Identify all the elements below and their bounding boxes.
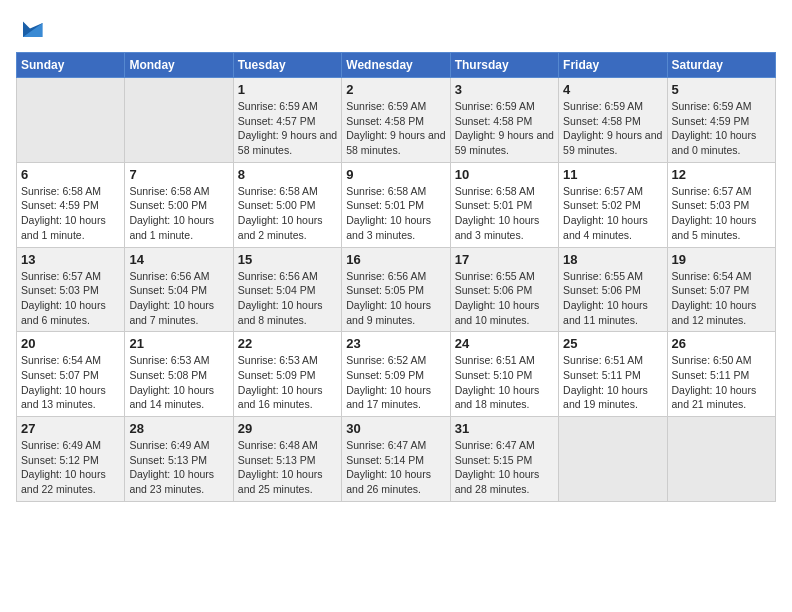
day-number: 5	[672, 82, 771, 97]
calendar-week-row: 27Sunrise: 6:49 AMSunset: 5:12 PMDayligh…	[17, 417, 776, 502]
day-info: Sunrise: 6:59 AMSunset: 4:58 PMDaylight:…	[563, 99, 662, 158]
day-info: Sunrise: 6:53 AMSunset: 5:09 PMDaylight:…	[238, 353, 337, 412]
calendar-cell: 11Sunrise: 6:57 AMSunset: 5:02 PMDayligh…	[559, 162, 667, 247]
day-info: Sunrise: 6:54 AMSunset: 5:07 PMDaylight:…	[672, 269, 771, 328]
calendar-week-row: 1Sunrise: 6:59 AMSunset: 4:57 PMDaylight…	[17, 78, 776, 163]
day-number: 2	[346, 82, 445, 97]
day-number: 8	[238, 167, 337, 182]
day-info: Sunrise: 6:54 AMSunset: 5:07 PMDaylight:…	[21, 353, 120, 412]
day-number: 6	[21, 167, 120, 182]
calendar-cell: 10Sunrise: 6:58 AMSunset: 5:01 PMDayligh…	[450, 162, 558, 247]
weekday-header: Saturday	[667, 53, 775, 78]
day-info: Sunrise: 6:56 AMSunset: 5:04 PMDaylight:…	[129, 269, 228, 328]
weekday-header: Wednesday	[342, 53, 450, 78]
day-info: Sunrise: 6:51 AMSunset: 5:10 PMDaylight:…	[455, 353, 554, 412]
calendar-cell	[667, 417, 775, 502]
calendar-cell: 16Sunrise: 6:56 AMSunset: 5:05 PMDayligh…	[342, 247, 450, 332]
calendar-cell: 28Sunrise: 6:49 AMSunset: 5:13 PMDayligh…	[125, 417, 233, 502]
calendar-week-row: 6Sunrise: 6:58 AMSunset: 4:59 PMDaylight…	[17, 162, 776, 247]
day-info: Sunrise: 6:52 AMSunset: 5:09 PMDaylight:…	[346, 353, 445, 412]
day-number: 21	[129, 336, 228, 351]
day-number: 4	[563, 82, 662, 97]
day-number: 12	[672, 167, 771, 182]
calendar-cell: 27Sunrise: 6:49 AMSunset: 5:12 PMDayligh…	[17, 417, 125, 502]
calendar-cell: 29Sunrise: 6:48 AMSunset: 5:13 PMDayligh…	[233, 417, 341, 502]
calendar-cell: 18Sunrise: 6:55 AMSunset: 5:06 PMDayligh…	[559, 247, 667, 332]
calendar-cell	[559, 417, 667, 502]
day-info: Sunrise: 6:51 AMSunset: 5:11 PMDaylight:…	[563, 353, 662, 412]
calendar-cell: 22Sunrise: 6:53 AMSunset: 5:09 PMDayligh…	[233, 332, 341, 417]
day-info: Sunrise: 6:48 AMSunset: 5:13 PMDaylight:…	[238, 438, 337, 497]
day-number: 3	[455, 82, 554, 97]
calendar-cell: 13Sunrise: 6:57 AMSunset: 5:03 PMDayligh…	[17, 247, 125, 332]
day-number: 13	[21, 252, 120, 267]
day-number: 28	[129, 421, 228, 436]
day-number: 26	[672, 336, 771, 351]
day-info: Sunrise: 6:49 AMSunset: 5:12 PMDaylight:…	[21, 438, 120, 497]
calendar-cell: 25Sunrise: 6:51 AMSunset: 5:11 PMDayligh…	[559, 332, 667, 417]
day-info: Sunrise: 6:59 AMSunset: 4:57 PMDaylight:…	[238, 99, 337, 158]
day-number: 19	[672, 252, 771, 267]
day-number: 14	[129, 252, 228, 267]
calendar-cell: 6Sunrise: 6:58 AMSunset: 4:59 PMDaylight…	[17, 162, 125, 247]
calendar-cell: 30Sunrise: 6:47 AMSunset: 5:14 PMDayligh…	[342, 417, 450, 502]
day-number: 7	[129, 167, 228, 182]
day-number: 29	[238, 421, 337, 436]
calendar-cell: 3Sunrise: 6:59 AMSunset: 4:58 PMDaylight…	[450, 78, 558, 163]
day-info: Sunrise: 6:47 AMSunset: 5:14 PMDaylight:…	[346, 438, 445, 497]
calendar-cell: 2Sunrise: 6:59 AMSunset: 4:58 PMDaylight…	[342, 78, 450, 163]
day-number: 25	[563, 336, 662, 351]
day-info: Sunrise: 6:49 AMSunset: 5:13 PMDaylight:…	[129, 438, 228, 497]
day-number: 1	[238, 82, 337, 97]
day-info: Sunrise: 6:50 AMSunset: 5:11 PMDaylight:…	[672, 353, 771, 412]
calendar-cell: 21Sunrise: 6:53 AMSunset: 5:08 PMDayligh…	[125, 332, 233, 417]
day-info: Sunrise: 6:58 AMSunset: 5:00 PMDaylight:…	[238, 184, 337, 243]
calendar-cell: 12Sunrise: 6:57 AMSunset: 5:03 PMDayligh…	[667, 162, 775, 247]
weekday-header-row: SundayMondayTuesdayWednesdayThursdayFrid…	[17, 53, 776, 78]
day-info: Sunrise: 6:58 AMSunset: 5:01 PMDaylight:…	[455, 184, 554, 243]
calendar-cell: 1Sunrise: 6:59 AMSunset: 4:57 PMDaylight…	[233, 78, 341, 163]
day-info: Sunrise: 6:57 AMSunset: 5:02 PMDaylight:…	[563, 184, 662, 243]
day-number: 24	[455, 336, 554, 351]
day-info: Sunrise: 6:58 AMSunset: 5:01 PMDaylight:…	[346, 184, 445, 243]
logo-icon	[16, 16, 44, 44]
calendar-week-row: 20Sunrise: 6:54 AMSunset: 5:07 PMDayligh…	[17, 332, 776, 417]
day-info: Sunrise: 6:57 AMSunset: 5:03 PMDaylight:…	[21, 269, 120, 328]
logo	[16, 16, 46, 44]
calendar-cell: 17Sunrise: 6:55 AMSunset: 5:06 PMDayligh…	[450, 247, 558, 332]
calendar-cell	[125, 78, 233, 163]
day-number: 10	[455, 167, 554, 182]
day-info: Sunrise: 6:58 AMSunset: 4:59 PMDaylight:…	[21, 184, 120, 243]
calendar-cell: 14Sunrise: 6:56 AMSunset: 5:04 PMDayligh…	[125, 247, 233, 332]
weekday-header: Tuesday	[233, 53, 341, 78]
day-number: 20	[21, 336, 120, 351]
day-info: Sunrise: 6:58 AMSunset: 5:00 PMDaylight:…	[129, 184, 228, 243]
calendar-week-row: 13Sunrise: 6:57 AMSunset: 5:03 PMDayligh…	[17, 247, 776, 332]
day-info: Sunrise: 6:59 AMSunset: 4:58 PMDaylight:…	[346, 99, 445, 158]
day-info: Sunrise: 6:56 AMSunset: 5:04 PMDaylight:…	[238, 269, 337, 328]
day-number: 31	[455, 421, 554, 436]
weekday-header: Monday	[125, 53, 233, 78]
day-info: Sunrise: 6:55 AMSunset: 5:06 PMDaylight:…	[563, 269, 662, 328]
day-info: Sunrise: 6:59 AMSunset: 4:58 PMDaylight:…	[455, 99, 554, 158]
day-number: 9	[346, 167, 445, 182]
day-info: Sunrise: 6:53 AMSunset: 5:08 PMDaylight:…	[129, 353, 228, 412]
weekday-header: Sunday	[17, 53, 125, 78]
calendar-cell: 24Sunrise: 6:51 AMSunset: 5:10 PMDayligh…	[450, 332, 558, 417]
calendar-cell: 5Sunrise: 6:59 AMSunset: 4:59 PMDaylight…	[667, 78, 775, 163]
calendar-cell: 15Sunrise: 6:56 AMSunset: 5:04 PMDayligh…	[233, 247, 341, 332]
weekday-header: Thursday	[450, 53, 558, 78]
calendar-cell: 23Sunrise: 6:52 AMSunset: 5:09 PMDayligh…	[342, 332, 450, 417]
day-info: Sunrise: 6:57 AMSunset: 5:03 PMDaylight:…	[672, 184, 771, 243]
calendar-cell: 20Sunrise: 6:54 AMSunset: 5:07 PMDayligh…	[17, 332, 125, 417]
day-number: 16	[346, 252, 445, 267]
day-info: Sunrise: 6:56 AMSunset: 5:05 PMDaylight:…	[346, 269, 445, 328]
calendar-cell: 4Sunrise: 6:59 AMSunset: 4:58 PMDaylight…	[559, 78, 667, 163]
day-number: 11	[563, 167, 662, 182]
calendar-cell: 9Sunrise: 6:58 AMSunset: 5:01 PMDaylight…	[342, 162, 450, 247]
calendar-cell	[17, 78, 125, 163]
weekday-header: Friday	[559, 53, 667, 78]
calendar-cell: 7Sunrise: 6:58 AMSunset: 5:00 PMDaylight…	[125, 162, 233, 247]
day-number: 18	[563, 252, 662, 267]
calendar-cell: 8Sunrise: 6:58 AMSunset: 5:00 PMDaylight…	[233, 162, 341, 247]
